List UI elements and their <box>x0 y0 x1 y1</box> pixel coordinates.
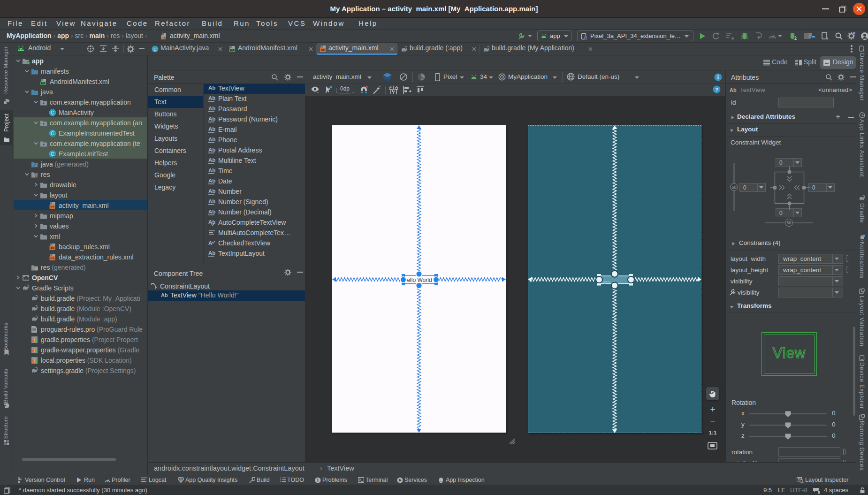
svg-text:MF: MF <box>41 82 45 85</box>
svg-text:Ab: Ab <box>208 209 215 214</box>
svg-text:Ab: Ab <box>208 106 215 111</box>
svg-text:<>: <> <box>321 48 325 52</box>
svg-text:C: C <box>51 152 54 157</box>
svg-text:Ab: Ab <box>208 116 215 122</box>
svg-text:MF: MF <box>230 49 234 52</box>
svg-text:C: C <box>153 46 157 52</box>
svg-text:Ab: Ab <box>208 188 215 194</box>
svg-text:Ab: Ab <box>208 250 215 256</box>
svg-text:Ab: Ab <box>208 137 215 142</box>
svg-text:Ab: Ab <box>208 157 215 163</box>
svg-text:?: ? <box>715 87 718 92</box>
svg-text:A: A <box>208 240 212 246</box>
svg-text:C: C <box>51 110 54 115</box>
svg-text:<>: <> <box>50 205 54 209</box>
svg-text:Ab: Ab <box>208 219 215 225</box>
svg-text:ello World: ello World <box>407 277 432 283</box>
svg-text:Ab: Ab <box>208 198 215 204</box>
svg-text:Ab: Ab <box>208 168 215 173</box>
svg-text:<>: <> <box>50 257 54 260</box>
svg-text:Ab: Ab <box>208 85 215 91</box>
svg-text:<>: <> <box>50 246 54 250</box>
svg-text:Ab: Ab <box>208 95 215 101</box>
svg-text:<>: <> <box>164 36 168 40</box>
svg-text:Ab: Ab <box>208 126 215 132</box>
svg-text:C: C <box>51 131 54 136</box>
svg-text:Ab: Ab <box>208 178 215 183</box>
svg-text:Ab: Ab <box>208 147 215 152</box>
